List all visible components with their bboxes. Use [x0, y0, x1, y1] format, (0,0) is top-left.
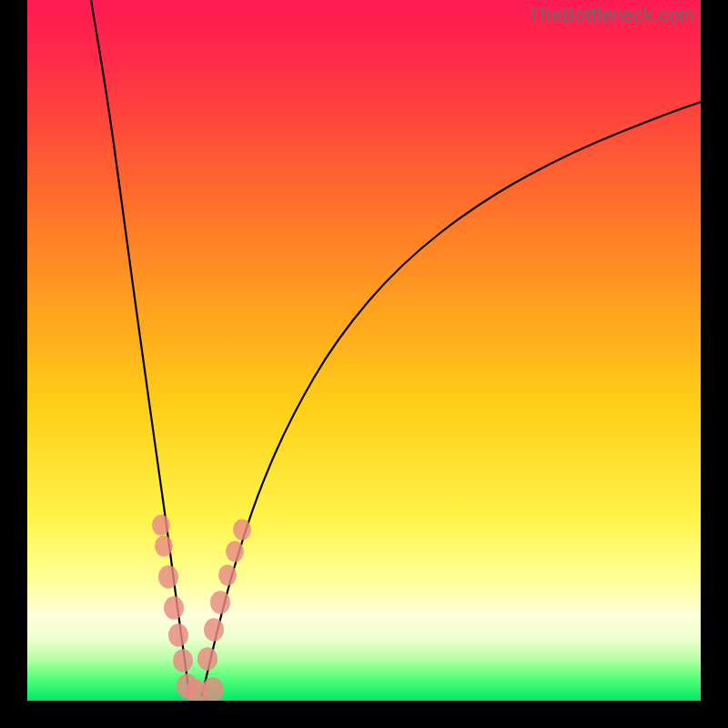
scatter-beads [152, 515, 251, 702]
bead-point [155, 536, 173, 557]
chart-svg [27, 0, 701, 701]
bead-point [210, 591, 230, 613]
left-curve [91, 0, 189, 695]
bead-point [164, 596, 184, 619]
bead-point [168, 623, 188, 646]
watermark-text: TheBottleneck.com [529, 4, 695, 25]
bead-point [226, 541, 244, 562]
bead-point [158, 565, 178, 588]
chart-frame [27, 0, 701, 701]
bead-point [197, 647, 217, 670]
bead-point [218, 565, 237, 586]
bead-point [233, 520, 251, 541]
right-curve [202, 102, 701, 695]
bead-point [173, 649, 193, 672]
bead-point [152, 515, 170, 536]
bead-point [204, 618, 224, 641]
